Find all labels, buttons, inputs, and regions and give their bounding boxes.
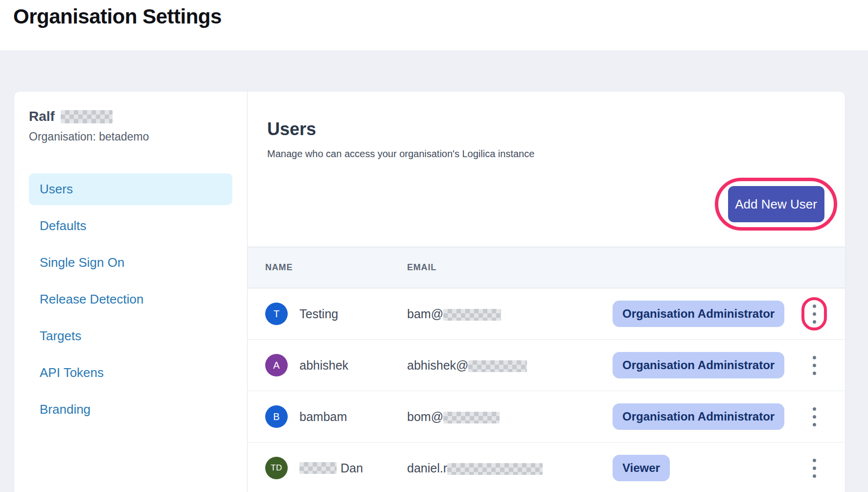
redacted-email <box>443 412 500 423</box>
sidebar-item-release-detection[interactable]: Release Detection <box>29 283 232 315</box>
annotation-circle-add-user: Add New User <box>715 178 837 231</box>
users-panel-header: Users Manage who can access your organis… <box>248 92 845 160</box>
users-table: NAME EMAIL T Testing bam@ Organisation A… <box>248 247 845 492</box>
sidebar-item-targets[interactable]: Targets <box>29 320 232 352</box>
settings-sidebar: Ralf Organisation: betademo Users Defaul… <box>14 92 248 492</box>
user-email-cell: daniel.r <box>407 461 613 475</box>
role-badge: Organisation Administrator <box>613 352 784 378</box>
user-role-cell: Organisation Administrator <box>613 403 797 430</box>
sidebar-item-branding[interactable]: Branding <box>29 394 232 425</box>
sidebar-item-single-sign-on[interactable]: Single Sign On <box>29 247 232 279</box>
column-header-email: EMAIL <box>407 262 613 273</box>
sidebar-item-label: Defaults <box>40 218 86 234</box>
annotation-circle-row-menu <box>801 297 827 330</box>
row-menu-cell <box>797 404 831 429</box>
column-header-name: NAME <box>265 262 407 273</box>
user-role-cell: Viewer <box>613 455 797 481</box>
user-email-text: bom@ <box>407 410 443 423</box>
user-email-cell: abhishek@ <box>407 358 613 373</box>
user-email-text: abhishek@ <box>407 358 468 372</box>
user-name-text: abhishek <box>299 358 348 373</box>
user-name-cell: A abhishek <box>265 354 407 376</box>
user-name-text: Testing <box>299 307 338 321</box>
redacted-user-surname <box>61 110 113 123</box>
sidebar-nav: Users Defaults Single Sign On Release De… <box>29 173 232 425</box>
user-name-cell: TD Dan <box>265 457 407 479</box>
user-email-text: daniel.r <box>407 461 447 475</box>
sidebar-item-label: Branding <box>40 402 91 417</box>
sidebar-item-label: API Tokens <box>40 365 104 380</box>
sidebar-item-label: Single Sign On <box>40 255 124 270</box>
kebab-menu-icon[interactable] <box>808 353 821 378</box>
redacted-email <box>468 360 527 372</box>
role-badge: Organisation Administrator <box>613 301 784 327</box>
user-name-text: Dan <box>341 461 363 475</box>
users-heading: Users <box>267 119 845 140</box>
avatar: T <box>265 303 288 325</box>
sidebar-item-label: Targets <box>40 328 81 344</box>
user-role-cell: Organisation Administrator <box>613 352 797 378</box>
user-name-cell: B bambam <box>265 405 407 428</box>
organisation-label: Organisation: betademo <box>29 130 232 143</box>
page-title: Organisation Settings <box>13 5 868 28</box>
users-subtitle: Manage who can access your organisation'… <box>267 148 845 160</box>
sidebar-item-label: Release Detection <box>40 292 143 307</box>
sidebar-user-name: Ralf <box>29 109 55 124</box>
table-row: T Testing bam@ Organisation Administrato… <box>248 288 845 340</box>
avatar: TD <box>265 457 288 479</box>
sidebar-item-users[interactable]: Users <box>29 173 232 205</box>
sidebar-item-label: Users <box>40 182 73 197</box>
row-menu-cell <box>797 297 831 330</box>
settings-card: Ralf Organisation: betademo Users Defaul… <box>14 91 845 492</box>
table-row: B bambam bom@ Organisation Administrator <box>248 391 845 443</box>
sidebar-user-name-line: Ralf <box>29 108 232 125</box>
row-menu-cell <box>797 353 831 378</box>
sidebar-item-api-tokens[interactable]: API Tokens <box>29 357 232 389</box>
avatar: B <box>265 405 288 428</box>
kebab-menu-icon[interactable] <box>808 404 821 429</box>
redacted-email <box>443 309 501 321</box>
redacted-name <box>299 462 337 474</box>
avatar: A <box>265 354 288 376</box>
kebab-menu-icon[interactable] <box>808 302 821 327</box>
user-email-text: bam@ <box>407 307 443 321</box>
user-name-cell: T Testing <box>265 303 407 325</box>
users-table-header: NAME EMAIL <box>248 247 845 288</box>
sidebar-item-defaults[interactable]: Defaults <box>29 210 232 242</box>
user-role-cell: Organisation Administrator <box>613 301 797 327</box>
user-email-cell: bam@ <box>407 307 613 321</box>
add-new-user-button[interactable]: Add New User <box>728 186 824 222</box>
role-badge: Viewer <box>613 455 670 481</box>
users-panel: Users Manage who can access your organis… <box>248 92 845 492</box>
top-bar: Organisation Settings <box>0 0 868 51</box>
user-name-text: bambam <box>299 410 347 424</box>
table-row: TD Dan daniel.r Viewer <box>248 443 845 492</box>
row-menu-cell <box>797 456 831 481</box>
role-badge: Organisation Administrator <box>613 403 784 430</box>
user-email-cell: bom@ <box>407 410 613 424</box>
redacted-email <box>447 463 543 475</box>
kebab-menu-icon[interactable] <box>808 456 821 481</box>
table-row: A abhishek abhishek@ Organisation Admini… <box>248 340 845 391</box>
